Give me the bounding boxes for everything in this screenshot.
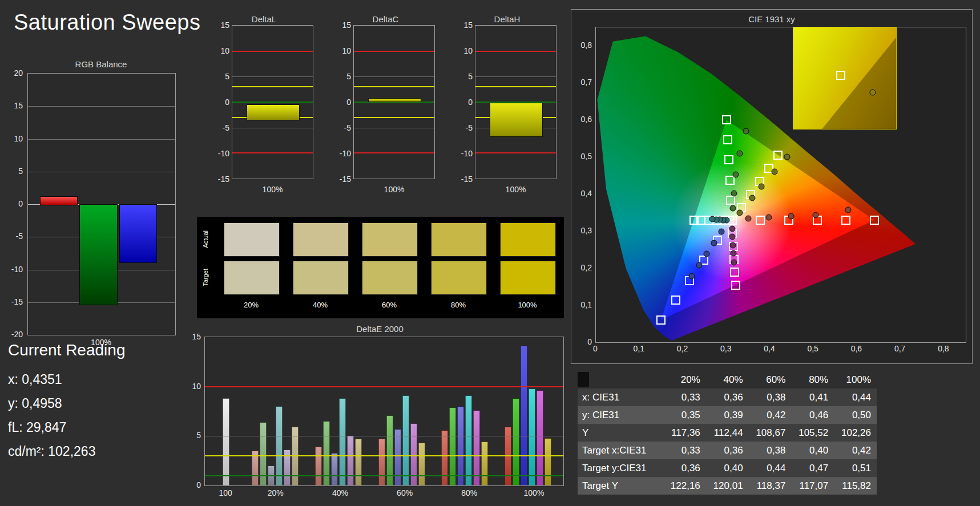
deltae-bar [513, 398, 519, 485]
y-tick-label: -10 [461, 149, 473, 158]
blue-measured-dot [696, 262, 703, 268]
deltae-bar [465, 395, 472, 485]
deltae-bar [441, 430, 448, 485]
cie-zoom-inset [793, 27, 897, 129]
blue-measured-dot [719, 229, 725, 235]
reference-line [232, 86, 313, 87]
gridline [28, 139, 175, 140]
cell-value: 122,16 [663, 480, 706, 492]
x-tick-label: 0 [593, 344, 598, 353]
y-tick-label: 15 [14, 101, 23, 110]
deltah-chart [475, 25, 556, 179]
y-tick-label: 0 [225, 98, 229, 107]
deltae-bar [355, 439, 362, 485]
reference-line [232, 102, 313, 103]
x-tick-label: 0,4 [764, 344, 775, 353]
y-tick-label: 10 [14, 134, 23, 143]
cell-value: 105,52 [791, 427, 834, 439]
cie-title: CIE 1931 xy [571, 14, 972, 24]
delta-panel-deltah: DeltaH151050-5-10-15100% [458, 13, 556, 194]
swatch-column-label: 60% [362, 301, 417, 309]
x-tick-label: 0,3 [720, 344, 731, 353]
deltae-bar [347, 436, 354, 485]
x-tick-label: 0,6 [851, 344, 862, 353]
measurement-table: 20%40%60%80%100%x: CIE310,330,360,380,41… [578, 371, 877, 495]
y-tick-label: 5 [18, 167, 23, 176]
reference-line [205, 386, 563, 387]
cell-value: 0,38 [749, 392, 792, 403]
cell-value: 115,82 [834, 480, 877, 492]
swatch-column-label: 80% [431, 301, 486, 309]
row-label: y: CIE31 [578, 410, 663, 421]
swatch-column-label: 40% [293, 301, 348, 309]
cell-value: 0,44 [834, 392, 877, 403]
cell-value: 0,42 [749, 410, 792, 421]
y-tick-label: -15 [461, 175, 473, 184]
cell-value: 0,46 [791, 410, 834, 421]
x-tick-label: 80% [437, 488, 502, 497]
magenta-measured-dot [729, 225, 735, 232]
y-tick-label: -10 [340, 149, 351, 158]
row-label: Target Y [578, 480, 663, 492]
deltal-bar [247, 104, 299, 121]
y-tick-label: -15 [218, 175, 229, 184]
cie-chromaticity-chart [595, 27, 966, 343]
deltah-bar [490, 103, 542, 137]
deltae-group-60% [370, 337, 433, 485]
yellow-measured-dot [758, 184, 764, 190]
deltae-bar [418, 443, 425, 485]
green-target-square [723, 135, 732, 144]
cell-value: 0,47 [791, 463, 834, 474]
y-tick-label: 0 [468, 98, 473, 107]
y-tick-label: 5 [196, 431, 201, 440]
deltae-bar [537, 390, 543, 485]
deltae-bar [402, 395, 409, 485]
yellow-target-square [773, 151, 783, 160]
cyan-measured-dot [709, 216, 716, 222]
cell-value: 0,40 [791, 445, 834, 456]
swatch-target-100% [500, 261, 556, 295]
x-tick-label: 0,8 [938, 344, 949, 353]
y-tick-label: 0,6 [581, 115, 592, 124]
x-axis-label: 100% [475, 185, 556, 194]
cell-value: 0,36 [706, 392, 749, 403]
deltae-bar [331, 453, 338, 485]
cell-value: 102,26 [834, 427, 877, 439]
blue-measured-dot [704, 251, 710, 257]
deltae-bar [457, 406, 464, 485]
cell-value: 0,50 [834, 410, 877, 421]
gridline [232, 128, 313, 128]
gridline [28, 106, 175, 107]
deltae-x-axis: 10020%40%60%80%100% [204, 488, 570, 497]
y-tick-label: -5 [223, 123, 229, 132]
cell-value: 0,38 [749, 445, 792, 456]
rgb-balance-title: RGB Balance [27, 59, 175, 69]
green-measured-dot [737, 150, 743, 156]
deltae-bar [449, 407, 456, 485]
y-axis-labels: 151050-5-10-15 [215, 25, 232, 179]
y-tick-label: 0 [587, 337, 592, 346]
table-row: x: CIE310,330,360,380,410,44 [578, 388, 877, 406]
current-reading-values: x: 0,4351y: 0,4958fL: 29,847cd/m²: 102,2… [8, 367, 95, 463]
reference-line [354, 51, 434, 52]
rgb-bar-red [40, 196, 78, 205]
reference-line [232, 152, 313, 153]
magenta-target-square [731, 281, 740, 290]
x-axis-label: 100% [353, 185, 435, 194]
table-header-row: 20%40%60%80%100% [578, 371, 877, 388]
cell-value: 0,33 [663, 445, 706, 456]
swatch-grid: ActualTarget20%40%60%80%100% [197, 217, 564, 311]
delta-panel-deltac: DeltaC151050-5-10-15100% [336, 13, 435, 194]
x-tick-label: 40% [308, 488, 372, 497]
deltae-bars [205, 337, 563, 485]
current-reading-line: fL: 29,847 [8, 415, 95, 439]
y-tick-label: 15 [220, 21, 229, 30]
swatch-column-label: 100% [500, 301, 555, 309]
current-reading-line: cd/m²: 102,263 [8, 439, 95, 463]
yellow-measured-dot [749, 195, 756, 201]
reference-line [475, 51, 556, 52]
y-axis-labels: 151050-5-10-15 [458, 25, 475, 179]
x-tick-label: 60% [373, 488, 437, 497]
y-tick-label: -10 [218, 149, 229, 158]
reference-line [475, 152, 556, 153]
